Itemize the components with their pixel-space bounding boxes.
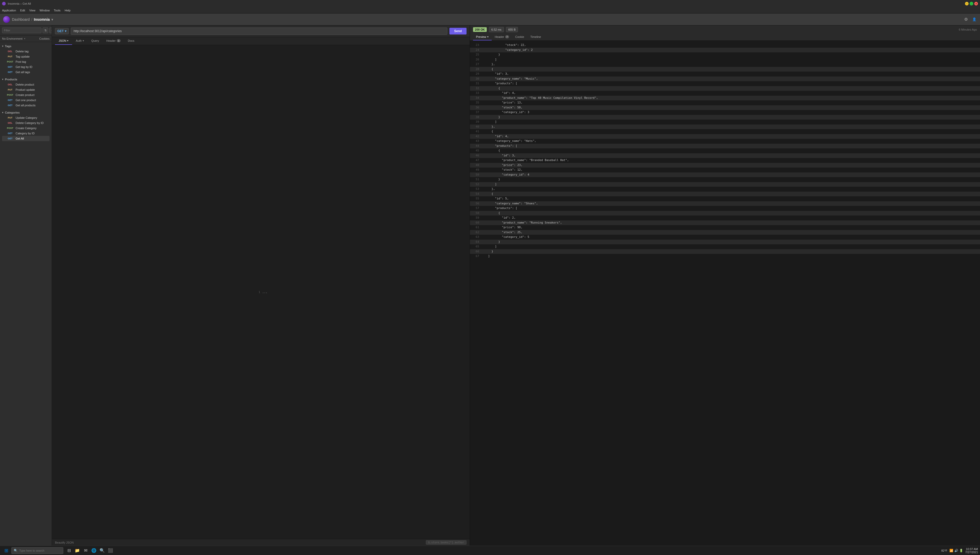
method-badge-get: GET <box>6 104 14 107</box>
sidebar-item-delete-product[interactable]: DEL Delete product <box>2 82 50 87</box>
sidebar-item-get-tag-by-id[interactable]: GET Get tag by ID <box>2 64 50 69</box>
time-ago: 6 Minutes Ago <box>959 28 977 31</box>
menu-view[interactable]: View <box>29 9 35 12</box>
line-number: 41 <box>472 130 479 134</box>
taskbar-icon-browser[interactable]: 🌐 <box>90 547 98 554</box>
line-number: 32 <box>472 87 479 91</box>
tab-header[interactable]: Header 1 <box>103 37 124 45</box>
response-line: 41 { <box>470 129 980 134</box>
method-badge-del: DEL <box>6 50 14 53</box>
menu-application[interactable]: Application <box>2 9 16 12</box>
taskbar-search-box[interactable]: 🔍 <box>11 547 63 554</box>
response-line: 31 "products": [ <box>470 81 980 86</box>
taskbar-icon-file-explorer[interactable]: 📁 <box>74 547 81 554</box>
sidebar-item-create-product[interactable]: POST Create product <box>2 92 50 98</box>
tab-auth-label: Auth <box>76 39 82 42</box>
resp-tab-timeline[interactable]: Timeline <box>527 34 544 40</box>
start-button[interactable]: ⊞ <box>2 547 10 555</box>
section-header-tags[interactable]: ▾ Tags <box>2 43 50 49</box>
request-pane: GET ▾ Send JSON ▾ Auth ▾ Query <box>52 26 470 546</box>
sidebar-item-category-by-id[interactable]: GET Category by ID <box>2 131 50 136</box>
tab-header-label: Header <box>106 39 116 42</box>
sidebar-item-delete-category[interactable]: DEL Delete Category by ID <box>2 120 50 125</box>
resp-tab-preview-dropdown: ▾ <box>487 35 488 38</box>
app-header: Dashboard / Insomnia ▾ ⚙ 👤 <box>0 13 980 26</box>
sidebar-item-update-category[interactable]: PUT Update Category <box>2 115 50 120</box>
line-content: { <box>481 192 493 196</box>
sidebar-item-get-one-product[interactable]: GET Get one product <box>2 98 50 103</box>
method-badge-get: GET <box>6 66 14 68</box>
method-badge-get: GET <box>6 99 14 101</box>
response-header: 200 OK 6.52 ms 655 B 6 Minutes Ago Previ… <box>470 26 980 41</box>
line-number: 28 <box>472 67 479 72</box>
sidebar-item-get-all[interactable]: GET Get All <box>2 136 50 141</box>
beautify-button[interactable]: Beautify JSON <box>55 541 74 544</box>
sidebar-section-tags: ▾ Tags DEL Delete tag PUT Tag update POS… <box>0 42 51 75</box>
section-name-products: Products <box>5 78 18 81</box>
section-header-categories[interactable]: ▾ Categories <box>2 110 50 115</box>
menu-edit[interactable]: Edit <box>20 9 25 12</box>
response-line: 63 "category_id": 5 <box>470 235 980 240</box>
battery-icon[interactable]: 🔋 <box>959 549 963 552</box>
sidebar-item-delete-tag[interactable]: DEL Delete tag <box>2 49 50 54</box>
menu-tools[interactable]: Tools <box>54 9 61 12</box>
maximize-button[interactable]: □ <box>970 2 973 5</box>
line-content: } <box>481 177 500 182</box>
settings-icon[interactable]: ⚙ <box>963 17 969 22</box>
tab-auth-dropdown: ▾ <box>83 39 84 42</box>
line-number: 43 <box>472 139 479 143</box>
line-number: 24 <box>472 48 479 52</box>
tab-json[interactable]: JSON ▾ <box>55 37 72 45</box>
line-number: 25 <box>472 53 479 57</box>
taskbar-app-icons: ⊟ 📁 ✉ 🌐 🔍 ⬛ <box>66 547 114 554</box>
editor-area[interactable]: 1 ... <box>52 45 470 539</box>
section-header-products[interactable]: ▾ Products <box>2 77 50 82</box>
line-number: 26 <box>472 58 479 62</box>
sidebar-item-product-update[interactable]: PUT Product update <box>2 87 50 92</box>
line-number: 53 <box>472 187 479 191</box>
sidebar-item-tag-update[interactable]: PUT Tag update <box>2 54 50 59</box>
response-line: 36 "stock": 50, <box>470 105 980 110</box>
cookies-button[interactable]: Cookies <box>39 37 50 40</box>
url-input[interactable] <box>71 27 448 35</box>
sidebar-item-get-all-products[interactable]: GET Get all products <box>2 103 50 108</box>
sidebar-item-get-all-tags[interactable]: GET Get all tags <box>2 69 50 75</box>
environment-selector[interactable]: No Environment ▾ Cookies <box>0 35 51 42</box>
method-badge-get: GET <box>6 71 14 74</box>
tab-docs[interactable]: Docs <box>124 37 138 45</box>
minimize-button[interactable]: ─ <box>965 2 969 5</box>
menu-help[interactable]: Help <box>64 9 70 12</box>
taskbar-icon-terminal[interactable]: ⬛ <box>107 547 114 554</box>
filter-add-button[interactable]: + <box>49 27 52 33</box>
item-label: Delete Category by ID <box>16 121 43 125</box>
taskbar-search-input[interactable] <box>19 549 56 552</box>
sidebar-item-post-tag[interactable]: POST Post tag <box>2 59 50 64</box>
sidebar-item-create-category[interactable]: POST Create Category <box>2 125 50 131</box>
tab-auth[interactable]: Auth ▾ <box>72 37 88 45</box>
filter-input[interactable] <box>2 27 42 33</box>
breadcrumb-root[interactable]: Dashboard <box>12 18 30 21</box>
menu-window[interactable]: Window <box>39 9 50 12</box>
section-arrow-products: ▾ <box>2 78 3 81</box>
taskbar-icon-mail[interactable]: ✉ <box>82 547 89 554</box>
resp-tab-header[interactable]: Header 7 <box>492 34 512 40</box>
close-button[interactable]: ✕ <box>974 2 978 5</box>
method-select[interactable]: GET ▾ <box>55 28 69 34</box>
line-content: }, <box>481 125 495 129</box>
line-number: 29 <box>472 72 479 76</box>
response-line: 32 { <box>470 86 980 91</box>
resp-tab-preview[interactable]: Preview ▾ <box>473 34 492 40</box>
user-icon[interactable]: 👤 <box>972 17 977 22</box>
filter-actions: ⇅ + <box>43 27 52 33</box>
response-line: 54 { <box>470 192 980 197</box>
filter-sort-button[interactable]: ⇅ <box>43 27 48 33</box>
breadcrumb-dropdown-icon[interactable]: ▾ <box>51 18 53 21</box>
taskbar-icon-search[interactable]: 🔍 <box>99 547 106 554</box>
taskbar-icon-task-view[interactable]: ⊟ <box>66 547 73 554</box>
send-button[interactable]: Send <box>449 28 466 34</box>
network-icon[interactable]: 📶 <box>950 549 953 552</box>
method-badge-get: GET <box>6 132 14 135</box>
resp-tab-cookie[interactable]: Cookie <box>512 34 527 40</box>
volume-icon[interactable]: 🔊 <box>954 549 958 552</box>
tab-query[interactable]: Query <box>88 37 103 45</box>
